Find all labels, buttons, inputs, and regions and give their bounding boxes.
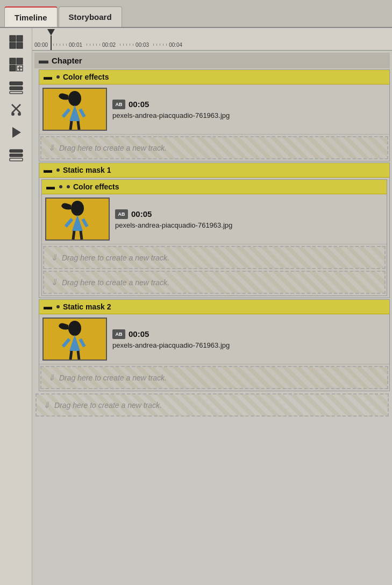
drag-zone-3-arrow: ⇓ (48, 372, 55, 383)
global-drag-zone[interactable]: ⇓ Drag here to create a new track. (35, 393, 389, 417)
svg-rect-2 (10, 43, 16, 48)
track-1: ▬ Color effects (39, 69, 390, 161)
track-1-dot (56, 75, 60, 79)
track-3-header: ▬ Static mask 2 (39, 300, 389, 314)
main-content: 00:00 00:01 00:02 (0, 28, 392, 585)
drag-zone-label-2b: Drag here to create a new track. (62, 278, 169, 287)
tab-timeline-label: Timeline (15, 13, 47, 22)
svg-rect-20 (10, 158, 23, 161)
tab-bar: Timeline Storyboard (0, 0, 392, 28)
track-1-drag-zone[interactable]: ⇓ Drag here to create a new track. (40, 136, 388, 159)
svg-line-37 (70, 351, 72, 360)
svg-point-15 (11, 112, 15, 116)
tab-timeline[interactable]: Timeline (4, 6, 58, 27)
drag-zone-label-1: Drag here to create a new track. (59, 144, 167, 152)
track-3: ▬ Static mask 2 (39, 299, 390, 391)
track-2-thumbnail (45, 198, 110, 241)
svg-point-22 (68, 91, 81, 106)
svg-line-26 (78, 121, 79, 130)
svg-rect-3 (17, 43, 23, 48)
track-1-thumbnail (42, 88, 107, 131)
track-3-thumbnail (42, 318, 107, 361)
track-3-media-item: AB 00:05 pexels-andrea-piacquadio-761963… (39, 314, 389, 364)
svg-marker-17 (12, 127, 21, 138)
track-3-header-label: Static mask 2 (63, 302, 111, 311)
track-3-media-info: AB 00:05 pexels-andrea-piacquadio-761963… (112, 329, 386, 349)
track-2-drag-zone-1[interactable]: ⇓ Drag here to create a new track. (43, 246, 386, 269)
track-1-header-label: Color effects (63, 73, 109, 81)
track-3-filename: pexels-andrea-piacquadio-761963.jpg (112, 341, 386, 349)
clip-tool[interactable] (6, 77, 26, 97)
scroll-content[interactable]: ▬ Chapter ▬ Color effects (32, 51, 392, 585)
ruler-mark-4: 00:04 (169, 42, 182, 48)
track-2-dot (56, 168, 60, 172)
global-drag-arrow: ⇓ (43, 400, 50, 410)
app-window: Timeline Storyboard (0, 0, 392, 585)
track-1-media-info: AB 00:05 pexels-andrea-piacquadio-761963… (112, 100, 386, 119)
track-2-sub-dot1 (59, 185, 62, 188)
track-2-dash: ▬ (44, 165, 52, 175)
svg-line-38 (78, 351, 79, 360)
ab-icon-2: AB (115, 209, 128, 219)
svg-point-16 (18, 112, 21, 116)
track-2-sub: ▬ Color effects (41, 179, 387, 296)
tab-storyboard-label: Storyboard (69, 12, 112, 22)
svg-rect-4 (10, 58, 16, 64)
track-2-duration: AB 00:05 (115, 209, 383, 219)
svg-rect-12 (10, 91, 23, 94)
track-3-dash: ▬ (44, 302, 52, 312)
svg-rect-6 (10, 65, 16, 71)
track-3-drag-zone[interactable]: ⇓ Drag here to create a new track. (40, 366, 388, 389)
ab-icon-1: AB (112, 100, 125, 109)
time-ruler: 00:00 00:01 00:02 (32, 28, 392, 51)
chapter-label: Chapter (52, 56, 82, 65)
track-1-filename: pexels-andrea-piacquadio-761963.jpg (112, 111, 386, 119)
svg-line-32 (81, 231, 82, 239)
global-drag-zone-label: Drag here to create a new track. (54, 401, 162, 410)
svg-rect-10 (10, 82, 23, 85)
tab-storyboard[interactable]: Storyboard (59, 6, 122, 27)
track-2-header: ▬ Static mask 1 (39, 163, 389, 178)
track-2-sub-header-label: Color effects (73, 182, 119, 191)
track-3-dot (56, 305, 60, 308)
drag-zone-2-arrow-2: ⇓ (51, 277, 58, 287)
drag-zone-2-arrow-1: ⇓ (51, 252, 58, 263)
svg-rect-5 (17, 58, 23, 64)
multi-tool[interactable] (6, 32, 26, 52)
ab-icon-3: AB (112, 329, 125, 339)
playhead[interactable] (47, 28, 55, 50)
drag-zone-label-2a: Drag here to create a new track. (62, 253, 169, 262)
svg-rect-0 (10, 36, 16, 41)
svg-line-25 (70, 121, 72, 130)
svg-rect-1 (17, 36, 23, 41)
track-2-drag-zone-2[interactable]: ⇓ Drag here to create a new track. (43, 271, 386, 294)
track-2-header-label: Static mask 1 (63, 166, 111, 174)
track-1-media-item: AB 00:05 pexels-andrea-piacquadio-761963… (39, 84, 389, 135)
track-2-sub-header: ▬ Color effects (42, 180, 387, 194)
track-3-duration-value: 00:05 (129, 329, 149, 339)
trim-tool[interactable] (6, 145, 26, 165)
ruler-mark-1: 00:01 (69, 42, 82, 48)
chapter-header: ▬ Chapter (34, 53, 390, 68)
split-tool[interactable] (6, 100, 26, 119)
play-tool[interactable] (6, 123, 26, 142)
track-3-duration: AB 00:05 (112, 329, 386, 339)
svg-rect-11 (10, 87, 23, 90)
ruler-mark-2: 00:02 (102, 42, 116, 48)
add-track-tool[interactable] (6, 55, 26, 74)
track-1-dash: ▬ (44, 72, 52, 82)
ruler-mark-0: 00:00 (34, 42, 48, 48)
track-2-media-item: AB 00:05 pexels-andrea-piacquadio-761963… (42, 194, 387, 244)
svg-point-28 (71, 201, 84, 216)
ruler-mark-3: 00:03 (136, 42, 149, 48)
track-1-duration: AB 00:05 (112, 100, 386, 109)
track-2-sub-dot2 (67, 185, 70, 188)
track-2-filename: pexels-andrea-piacquadio-761963.jpg (115, 221, 383, 229)
svg-rect-18 (10, 150, 23, 152)
svg-line-31 (73, 231, 74, 239)
timeline-area: 00:00 00:01 00:02 (32, 28, 392, 585)
svg-point-34 (68, 321, 81, 336)
chapter-dash: ▬ (39, 55, 48, 66)
track-2-duration-value: 00:05 (131, 209, 152, 219)
track-2: ▬ Static mask 1 ▬ Color effects (39, 163, 390, 298)
